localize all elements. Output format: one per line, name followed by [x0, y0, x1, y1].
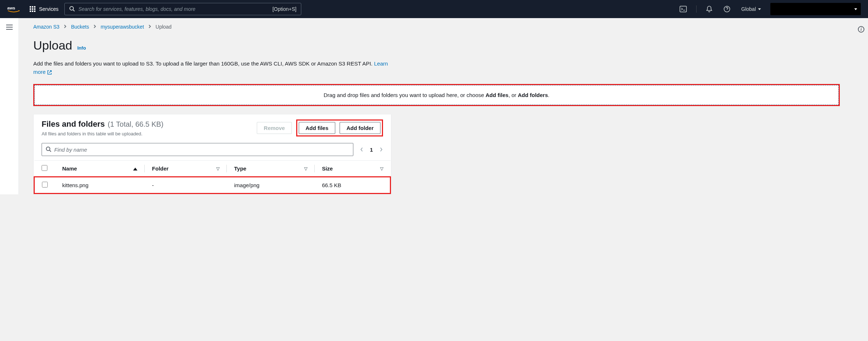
- remove-button[interactable]: Remove: [257, 122, 292, 134]
- svg-point-1: [70, 7, 73, 10]
- svg-point-5: [46, 147, 50, 151]
- panel-actions: Remove Add files Add folder: [257, 119, 383, 136]
- nav-toggle-icon[interactable]: [6, 25, 13, 194]
- panel-title: Files and folders: [42, 119, 105, 129]
- region-selector[interactable]: Global: [740, 6, 762, 12]
- panel-filter: 1: [34, 139, 391, 160]
- page-desc-text: Add the files and folders you want to up…: [33, 60, 374, 67]
- svg-rect-3: [680, 6, 686, 12]
- cell-folder: -: [145, 177, 227, 194]
- left-rail: [0, 18, 19, 194]
- nav-icons: Global: [678, 3, 861, 15]
- grid-icon: [30, 6, 35, 12]
- add-buttons-highlight: Add files Add folder: [296, 119, 383, 136]
- page-number: 1: [370, 147, 373, 153]
- col-type[interactable]: Type ▽: [227, 161, 315, 177]
- info-panel-toggle-icon[interactable]: i: [858, 26, 864, 33]
- svg-line-2: [73, 10, 75, 11]
- sort-icon: ▽: [216, 166, 220, 171]
- search-shortcut: [Option+S]: [272, 6, 297, 12]
- add-files-button[interactable]: Add files: [299, 122, 335, 134]
- dropzone-suffix: .: [548, 92, 549, 98]
- svg-line-6: [50, 150, 51, 152]
- caret-down-icon: [854, 8, 857, 10]
- cell-name: kittens.png: [55, 177, 145, 194]
- aws-logo[interactable]: aws: [7, 5, 20, 13]
- upload-dropzone[interactable]: Drag and drop files and folders you want…: [34, 85, 839, 105]
- region-label: Global: [741, 6, 756, 12]
- pager-prev[interactable]: [360, 147, 363, 152]
- chevron-right-icon: [148, 24, 151, 30]
- col-size-label: Size: [322, 165, 333, 172]
- breadcrumb-link[interactable]: Buckets: [71, 24, 89, 30]
- col-name-label: Name: [62, 165, 77, 172]
- row-checkbox[interactable]: [42, 182, 48, 188]
- col-folder-label: Folder: [152, 165, 169, 172]
- notifications-icon[interactable]: [705, 4, 714, 14]
- row-highlight: kittens.png - image/png 66.5 KB: [34, 177, 391, 194]
- right-rail: i: [854, 18, 868, 194]
- breadcrumb-link[interactable]: mysuperawsbucket: [101, 24, 144, 30]
- panel-subtext: All files and folders in this table will…: [42, 131, 163, 136]
- add-folder-button[interactable]: Add folder: [340, 122, 380, 134]
- cell-size: 66.5 KB: [315, 177, 390, 194]
- help-icon[interactable]: [722, 4, 732, 14]
- pager-next[interactable]: [379, 147, 383, 152]
- dropzone-sep: , or: [509, 92, 518, 98]
- page-title-row: Upload Info: [33, 38, 840, 52]
- account-menu[interactable]: [770, 3, 861, 15]
- search-icon: [46, 146, 51, 153]
- panel-header: Files and folders (1 Total, 66.5 KB) All…: [34, 114, 391, 139]
- files-panel: Files and folders (1 Total, 66.5 KB) All…: [33, 114, 391, 194]
- search-input[interactable]: [78, 6, 269, 12]
- dropzone-text: Drag and drop files and folders you want…: [324, 92, 486, 98]
- cell-type: image/png: [227, 177, 315, 194]
- col-type-label: Type: [234, 165, 246, 172]
- sort-asc-icon: [133, 165, 137, 172]
- breadcrumb: Amazon S3 Buckets mysuperawsbucket Uploa…: [33, 24, 840, 30]
- services-menu[interactable]: Services: [28, 6, 60, 12]
- dropzone-highlight: Drag and drop files and folders you want…: [33, 84, 840, 106]
- dropzone-add-folders: Add folders: [518, 92, 548, 98]
- select-all-header: [34, 161, 55, 177]
- col-size[interactable]: Size ▽: [315, 161, 390, 177]
- panel-count: (1 Total, 66.5 KB): [108, 120, 163, 129]
- external-link-icon: [47, 70, 52, 75]
- page-description: Add the files and folders you want to up…: [33, 60, 395, 76]
- col-folder[interactable]: Folder ▽: [145, 161, 227, 177]
- caret-down-icon: [758, 8, 761, 10]
- main-content: Amazon S3 Buckets mysuperawsbucket Uploa…: [19, 18, 854, 194]
- page-title: Upload: [33, 38, 72, 52]
- chevron-right-icon: [93, 24, 96, 30]
- chevron-right-icon: [64, 24, 67, 30]
- filter-input[interactable]: [54, 147, 349, 153]
- search-icon: [69, 6, 75, 13]
- files-table: Name Folder ▽ Type: [34, 160, 391, 194]
- breadcrumb-link[interactable]: Amazon S3: [33, 24, 59, 30]
- pager: 1: [360, 147, 383, 153]
- info-link[interactable]: Info: [77, 45, 86, 51]
- global-search[interactable]: [Option+S]: [64, 3, 301, 15]
- svg-text:aws: aws: [7, 5, 16, 10]
- services-label: Services: [39, 6, 59, 12]
- select-all-checkbox[interactable]: [42, 165, 47, 171]
- sort-icon: ▽: [380, 166, 383, 171]
- table-row: kittens.png - image/png 66.5 KB: [34, 177, 391, 194]
- top-nav: aws Services [Option+S] Global: [0, 0, 868, 18]
- sort-icon: ▽: [304, 166, 307, 171]
- cloudshell-icon[interactable]: [678, 4, 688, 14]
- breadcrumb-current: Upload: [156, 24, 171, 30]
- col-name[interactable]: Name: [55, 161, 145, 177]
- filter-input-wrap[interactable]: [42, 143, 353, 156]
- dropzone-add-files: Add files: [486, 92, 509, 98]
